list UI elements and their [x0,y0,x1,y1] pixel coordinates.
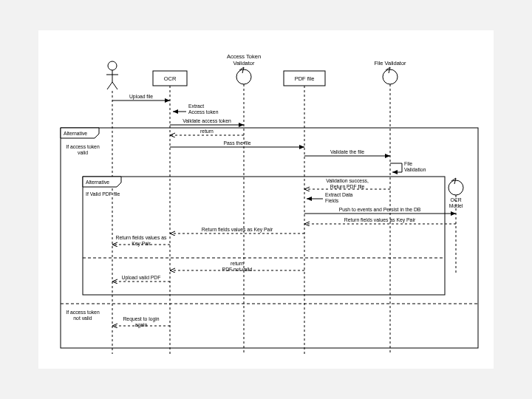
svg-text:Key Pair: Key Pair [132,241,151,247]
svg-point-0 [108,61,117,70]
svg-line-4 [112,82,117,89]
control-icon [236,69,251,84]
participant-atv-label-1: Access Token [227,53,261,60]
svg-text:Return fields values as Key Pa: Return fields values as Key Pair [202,227,273,233]
svg-text:Access token: Access token [188,109,219,115]
svg-text:again: again [135,322,148,328]
svg-text:valid: valid [78,150,88,155]
svg-text:Alternative: Alternative [86,180,109,185]
svg-text:Validation: Validation [404,167,426,172]
actor-icon [106,61,118,89]
svg-text:Validator: Validator [233,60,255,66]
control-icon [449,180,463,195]
svg-text:Fields: Fields [325,198,339,203]
svg-text:Extract: Extract [188,103,204,109]
participant-fv-label: File Validator [374,60,406,66]
svg-text:Validate the file: Validate the file [330,149,364,154]
svg-text:Return fields values as: Return fields values as [116,235,167,240]
svg-text:If access token: If access token [66,144,100,149]
svg-text:If Valid PDF file: If Valid PDF file [86,191,120,197]
participant-ocr-label: OCR [164,75,177,82]
svg-text:Request to login: Request to login [123,316,159,322]
svg-text:Return PDF file: Return PDF file [330,184,365,189]
svg-text:Upload valid PDF: Upload valid PDF [122,275,161,281]
svg-text:Upload file: Upload file [129,94,153,100]
svg-text:Return fields values as Key Pa: Return fields values as Key Pair [344,217,416,223]
svg-text:PDF not valid: PDF not valid [222,267,253,272]
svg-text:Push to events and Persist in : Push to events and Persist in the DB [339,207,421,212]
svg-text:Alternative: Alternative [64,131,87,136]
svg-text:not valid: not valid [73,316,92,321]
svg-line-3 [107,82,112,89]
participant-pdf-label: PDF file [295,75,315,82]
svg-text:return: return [231,261,244,266]
svg-text:File: File [404,161,412,166]
svg-text:Validation success,: Validation success, [326,178,369,183]
svg-text:Pass the file: Pass the file [223,140,250,146]
svg-text:If access token: If access token [66,310,100,315]
sequence-diagram: OCR Access Token Access Token Validator … [38,30,494,369]
svg-text:return: return [200,129,214,134]
svg-text:Extract Data: Extract Data [325,192,353,197]
svg-text:Validate access token: Validate access token [183,118,231,123]
msg-file-validation [390,163,402,172]
control-icon [383,69,398,84]
